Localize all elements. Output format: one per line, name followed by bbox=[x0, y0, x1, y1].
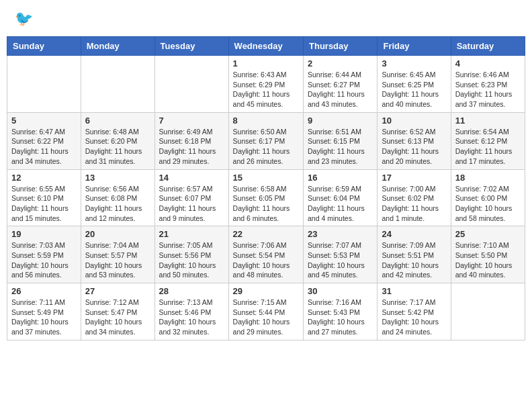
day-info: Sunrise: 7:09 AM Sunset: 5:51 PM Dayligh… bbox=[382, 240, 446, 280]
calendar-cell: 31Sunrise: 7:17 AM Sunset: 5:42 PM Dayli… bbox=[378, 283, 451, 340]
calendar-cell: 8Sunrise: 6:50 AM Sunset: 6:17 PM Daylig… bbox=[228, 112, 303, 169]
day-info: Sunrise: 6:59 AM Sunset: 6:04 PM Dayligh… bbox=[308, 184, 373, 224]
calendar-cell bbox=[154, 56, 228, 113]
day-number: 1 bbox=[233, 58, 299, 68]
day-number: 24 bbox=[382, 229, 446, 239]
day-info: Sunrise: 6:49 AM Sunset: 6:18 PM Dayligh… bbox=[159, 127, 224, 167]
calendar-cell: 25Sunrise: 7:10 AM Sunset: 5:50 PM Dayli… bbox=[451, 226, 525, 283]
calendar-cell: 24Sunrise: 7:09 AM Sunset: 5:51 PM Dayli… bbox=[378, 226, 451, 283]
day-number: 27 bbox=[85, 286, 150, 296]
day-number: 13 bbox=[85, 173, 150, 183]
calendar-table: SundayMondayTuesdayWednesdayThursdayFrid… bbox=[7, 36, 525, 340]
calendar-cell bbox=[81, 56, 154, 113]
day-info: Sunrise: 6:43 AM Sunset: 6:29 PM Dayligh… bbox=[233, 70, 299, 109]
day-number: 5 bbox=[11, 116, 77, 126]
day-info: Sunrise: 7:02 AM Sunset: 6:00 PM Dayligh… bbox=[455, 184, 521, 224]
calendar-header-tuesday: Tuesday bbox=[154, 37, 228, 56]
calendar-header-row: SundayMondayTuesdayWednesdayThursdayFrid… bbox=[7, 37, 525, 56]
day-info: Sunrise: 7:15 AM Sunset: 5:44 PM Dayligh… bbox=[233, 298, 299, 337]
day-number: 14 bbox=[159, 173, 224, 183]
calendar-cell: 15Sunrise: 6:58 AM Sunset: 6:05 PM Dayli… bbox=[228, 169, 303, 226]
day-number: 7 bbox=[159, 116, 224, 126]
day-info: Sunrise: 6:46 AM Sunset: 6:23 PM Dayligh… bbox=[455, 70, 521, 109]
calendar-cell: 21Sunrise: 7:05 AM Sunset: 5:56 PM Dayli… bbox=[154, 226, 228, 283]
day-number: 18 bbox=[455, 173, 521, 183]
day-number: 3 bbox=[382, 58, 446, 68]
calendar-cell: 13Sunrise: 6:56 AM Sunset: 6:08 PM Dayli… bbox=[81, 169, 154, 226]
day-number: 6 bbox=[85, 116, 150, 126]
day-info: Sunrise: 7:05 AM Sunset: 5:56 PM Dayligh… bbox=[159, 240, 224, 280]
day-info: Sunrise: 7:17 AM Sunset: 5:42 PM Dayligh… bbox=[382, 298, 446, 337]
calendar-week-row: 19Sunrise: 7:03 AM Sunset: 5:59 PM Dayli… bbox=[7, 226, 525, 283]
logo: 🐦 bbox=[13, 10, 33, 28]
calendar-cell: 23Sunrise: 7:07 AM Sunset: 5:53 PM Dayli… bbox=[304, 226, 378, 283]
logo-bird-icon: 🐦 bbox=[15, 10, 33, 28]
day-number: 2 bbox=[308, 58, 373, 68]
calendar-cell: 27Sunrise: 7:12 AM Sunset: 5:47 PM Dayli… bbox=[81, 283, 154, 340]
calendar-cell: 22Sunrise: 7:06 AM Sunset: 5:54 PM Dayli… bbox=[228, 226, 303, 283]
calendar-cell: 17Sunrise: 7:00 AM Sunset: 6:02 PM Dayli… bbox=[378, 169, 451, 226]
day-info: Sunrise: 7:04 AM Sunset: 5:57 PM Dayligh… bbox=[85, 240, 150, 280]
day-number: 10 bbox=[382, 116, 446, 126]
calendar-cell: 10Sunrise: 6:52 AM Sunset: 6:13 PM Dayli… bbox=[378, 112, 451, 169]
day-info: Sunrise: 7:12 AM Sunset: 5:47 PM Dayligh… bbox=[85, 298, 150, 337]
calendar-cell: 28Sunrise: 7:13 AM Sunset: 5:46 PM Dayli… bbox=[154, 283, 228, 340]
day-info: Sunrise: 7:13 AM Sunset: 5:46 PM Dayligh… bbox=[159, 298, 224, 337]
calendar-header-saturday: Saturday bbox=[451, 37, 525, 56]
day-number: 8 bbox=[233, 116, 299, 126]
day-number: 12 bbox=[11, 173, 77, 183]
day-info: Sunrise: 7:00 AM Sunset: 6:02 PM Dayligh… bbox=[382, 184, 446, 224]
day-info: Sunrise: 6:57 AM Sunset: 6:07 PM Dayligh… bbox=[159, 184, 224, 224]
day-info: Sunrise: 6:56 AM Sunset: 6:08 PM Dayligh… bbox=[85, 184, 150, 224]
calendar-cell: 26Sunrise: 7:11 AM Sunset: 5:49 PM Dayli… bbox=[7, 283, 81, 340]
calendar-cell: 3Sunrise: 6:45 AM Sunset: 6:25 PM Daylig… bbox=[378, 56, 451, 113]
calendar-header-monday: Monday bbox=[81, 37, 154, 56]
calendar-cell: 2Sunrise: 6:44 AM Sunset: 6:27 PM Daylig… bbox=[304, 56, 378, 113]
day-number: 28 bbox=[159, 286, 224, 296]
day-number: 21 bbox=[159, 229, 224, 239]
day-info: Sunrise: 7:03 AM Sunset: 5:59 PM Dayligh… bbox=[11, 240, 77, 280]
calendar-cell: 30Sunrise: 7:16 AM Sunset: 5:43 PM Dayli… bbox=[304, 283, 378, 340]
calendar-cell: 11Sunrise: 6:54 AM Sunset: 6:12 PM Dayli… bbox=[451, 112, 525, 169]
day-info: Sunrise: 6:44 AM Sunset: 6:27 PM Dayligh… bbox=[308, 70, 373, 109]
day-info: Sunrise: 6:51 AM Sunset: 6:15 PM Dayligh… bbox=[308, 127, 373, 167]
calendar-header-thursday: Thursday bbox=[304, 37, 378, 56]
day-number: 23 bbox=[308, 229, 373, 239]
calendar-cell: 1Sunrise: 6:43 AM Sunset: 6:29 PM Daylig… bbox=[228, 56, 303, 113]
day-info: Sunrise: 6:52 AM Sunset: 6:13 PM Dayligh… bbox=[382, 127, 446, 167]
day-number: 9 bbox=[308, 116, 373, 126]
calendar-cell: 14Sunrise: 6:57 AM Sunset: 6:07 PM Dayli… bbox=[154, 169, 228, 226]
day-number: 16 bbox=[308, 173, 373, 183]
day-info: Sunrise: 7:11 AM Sunset: 5:49 PM Dayligh… bbox=[11, 298, 77, 337]
day-info: Sunrise: 7:06 AM Sunset: 5:54 PM Dayligh… bbox=[233, 240, 299, 280]
calendar-week-row: 5Sunrise: 6:47 AM Sunset: 6:22 PM Daylig… bbox=[7, 112, 525, 169]
calendar-week-row: 1Sunrise: 6:43 AM Sunset: 6:29 PM Daylig… bbox=[7, 56, 525, 113]
calendar-header-wednesday: Wednesday bbox=[228, 37, 303, 56]
calendar-cell: 16Sunrise: 6:59 AM Sunset: 6:04 PM Dayli… bbox=[304, 169, 378, 226]
day-number: 29 bbox=[233, 286, 299, 296]
calendar-cell: 7Sunrise: 6:49 AM Sunset: 6:18 PM Daylig… bbox=[154, 112, 228, 169]
calendar-week-row: 12Sunrise: 6:55 AM Sunset: 6:10 PM Dayli… bbox=[7, 169, 525, 226]
day-number: 30 bbox=[308, 286, 373, 296]
calendar-cell: 19Sunrise: 7:03 AM Sunset: 5:59 PM Dayli… bbox=[7, 226, 81, 283]
calendar-cell: 5Sunrise: 6:47 AM Sunset: 6:22 PM Daylig… bbox=[7, 112, 81, 169]
calendar-week-row: 26Sunrise: 7:11 AM Sunset: 5:49 PM Dayli… bbox=[7, 283, 525, 340]
day-number: 20 bbox=[85, 229, 150, 239]
day-number: 22 bbox=[233, 229, 299, 239]
day-info: Sunrise: 6:45 AM Sunset: 6:25 PM Dayligh… bbox=[382, 70, 446, 109]
calendar-header-sunday: Sunday bbox=[7, 37, 81, 56]
calendar-cell: 6Sunrise: 6:48 AM Sunset: 6:20 PM Daylig… bbox=[81, 112, 154, 169]
day-number: 15 bbox=[233, 173, 299, 183]
calendar-cell: 4Sunrise: 6:46 AM Sunset: 6:23 PM Daylig… bbox=[451, 56, 525, 113]
day-number: 11 bbox=[455, 116, 521, 126]
calendar-cell: 29Sunrise: 7:15 AM Sunset: 5:44 PM Dayli… bbox=[228, 283, 303, 340]
calendar-cell: 12Sunrise: 6:55 AM Sunset: 6:10 PM Dayli… bbox=[7, 169, 81, 226]
day-info: Sunrise: 6:58 AM Sunset: 6:05 PM Dayligh… bbox=[233, 184, 299, 224]
day-info: Sunrise: 6:54 AM Sunset: 6:12 PM Dayligh… bbox=[455, 127, 521, 167]
day-number: 4 bbox=[455, 58, 521, 68]
calendar-cell: 18Sunrise: 7:02 AM Sunset: 6:00 PM Dayli… bbox=[451, 169, 525, 226]
calendar-header-friday: Friday bbox=[378, 37, 451, 56]
day-info: Sunrise: 6:50 AM Sunset: 6:17 PM Dayligh… bbox=[233, 127, 299, 167]
day-info: Sunrise: 6:48 AM Sunset: 6:20 PM Dayligh… bbox=[85, 127, 150, 167]
calendar-cell: 20Sunrise: 7:04 AM Sunset: 5:57 PM Dayli… bbox=[81, 226, 154, 283]
